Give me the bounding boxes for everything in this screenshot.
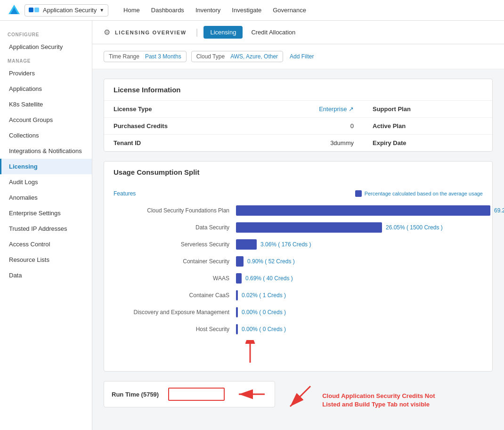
sidebar-item-integrations[interactable]: Integrations & Notifications <box>0 143 92 159</box>
nav-inventory[interactable]: Inventory <box>195 7 220 14</box>
bar-container-1: 26.05% ( 1500 Creds ) <box>236 222 483 233</box>
bar-value-2: 3.06% ( 176 Creds ) <box>260 241 311 248</box>
sidebar-item-application-security[interactable]: Application Security <box>0 39 92 55</box>
app-selector-label: Application Security <box>43 7 97 14</box>
header-divider: | <box>196 27 198 37</box>
sidebar-item-collections[interactable]: Collections <box>0 128 92 143</box>
sidebar-item-enterprise-settings[interactable]: Enterprise Settings <box>0 205 92 221</box>
configure-label: CONFIGURE <box>0 28 92 39</box>
license-info-title: License Information <box>104 79 492 101</box>
runtime-card: Run Time (5759) <box>104 381 275 407</box>
bar-container-5: 0.02% ( 1 Creds ) <box>236 290 483 300</box>
tab-credit-allocation[interactable]: Credit Allocation <box>244 26 302 39</box>
annotation-text-area: Cloud Application Security Credits Not L… <box>285 384 454 412</box>
usage-body: Features Percentage calculated based on … <box>104 183 492 371</box>
time-range-filter[interactable]: Time Range Past 3 Months <box>104 51 187 62</box>
nav-investigate[interactable]: Investigate <box>232 7 261 14</box>
bar-container-0: 69.28% ( 3990 Creds ) <box>236 205 504 216</box>
bar-label-4: WAAS <box>114 275 236 282</box>
tenant-id-label: Tenant ID <box>104 135 198 152</box>
license-row-credits: Purchased Credits 0 Active Plan <box>104 118 492 135</box>
license-row-type: License Type Enterprise ↗ Support Plan <box>104 101 492 118</box>
chart-legend: Features Percentage calculated based on … <box>114 190 483 197</box>
nav-home[interactable]: Home <box>123 7 140 14</box>
page-title: LICENSING OVERVIEW <box>115 30 187 35</box>
expiry-date-label: Expiry Date <box>363 135 457 152</box>
gear-icon: ⚙ <box>104 28 110 37</box>
legend-note: Percentage calculated based on the avera… <box>355 190 483 197</box>
legend-features-label: Features <box>114 190 136 197</box>
bar-label-5: Container CaaS <box>114 292 236 299</box>
cloud-type-filter[interactable]: Cloud Type AWS, Azure, Other <box>191 51 283 62</box>
sidebar: CONFIGURE Application Security MANAGE Pr… <box>0 21 92 430</box>
red-arrow-up <box>236 340 274 364</box>
red-arrow-diagonal <box>285 384 313 412</box>
sidebar-item-resource-lists[interactable]: Resource Lists <box>0 252 92 268</box>
add-filter-button[interactable]: Add Filter <box>288 51 316 62</box>
bar-container-4: 0.69% ( 40 Creds ) <box>236 273 483 284</box>
top-nav: Application Security ▼ Home Dashboards I… <box>0 0 504 21</box>
sidebar-item-applications[interactable]: Applications <box>0 81 92 97</box>
bar-value-3: 0.90% ( 52 Creds ) <box>247 258 295 265</box>
bar-row-0: Cloud Security Foundations Plan 69.28% (… <box>114 204 483 217</box>
main-content: ⚙ LICENSING OVERVIEW | Licensing Credit … <box>92 21 504 430</box>
bottom-area: Run Time (5759) <box>104 381 493 412</box>
bar-fill-5 <box>236 290 238 300</box>
runtime-box <box>168 388 225 401</box>
bar-label-2: Serverless Security <box>114 241 236 248</box>
sidebar-item-account-groups[interactable]: Account Groups <box>0 112 92 128</box>
svg-rect-2 <box>29 8 33 12</box>
sidebar-item-data[interactable]: Data <box>0 268 92 283</box>
support-plan-label: Support Plan <box>363 101 457 118</box>
bar-value-6: 0.00% ( 0 Creds ) <box>242 309 286 316</box>
bar-value-1: 26.05% ( 1500 Creds ) <box>386 224 443 231</box>
license-type-value: Enterprise ↗ <box>198 101 363 118</box>
bar-fill-6 <box>236 307 238 317</box>
bar-label-1: Data Security <box>114 224 236 231</box>
license-info-card: License Information License Type Enterpr… <box>104 79 493 152</box>
sidebar-item-audit-logs[interactable]: Audit Logs <box>0 174 92 190</box>
nav-governance[interactable]: Governance <box>273 7 306 14</box>
annotation-area <box>236 340 483 364</box>
tab-licensing[interactable]: Licensing <box>203 26 243 39</box>
sidebar-item-access-control[interactable]: Access Control <box>0 236 92 252</box>
runtime-section: Run Time (5759) <box>104 381 275 407</box>
legend-note-text: Percentage calculated based on the avera… <box>365 191 483 196</box>
app-selector[interactable]: Application Security ▼ <box>24 4 108 16</box>
bar-fill-0 <box>236 205 490 216</box>
filters-bar: Time Range Past 3 Months Cloud Type AWS,… <box>92 44 504 69</box>
app-selector-icon <box>29 7 40 14</box>
sidebar-item-anomalies[interactable]: Anomalies <box>0 190 92 205</box>
active-plan-label: Active Plan <box>363 118 457 135</box>
bar-row-1: Data Security 26.05% ( 1500 Creds ) <box>114 221 483 234</box>
usage-consumption-card: Usage Consumption Split Features Percent… <box>104 161 493 372</box>
bar-fill-3 <box>236 256 244 267</box>
enterprise-link[interactable]: Enterprise ↗ <box>319 105 354 113</box>
tenant-id-value: 3dummy <box>198 135 363 152</box>
time-range-value: Past 3 Months <box>145 53 181 60</box>
bar-container-6: 0.00% ( 0 Creds ) <box>236 307 483 317</box>
purchased-credits-label: Purchased Credits <box>104 118 198 135</box>
bar-fill-2 <box>236 239 257 250</box>
bar-fill-4 <box>236 273 242 284</box>
bar-label-7: Host Security <box>114 326 236 333</box>
svg-rect-3 <box>34 8 39 12</box>
usage-title: Usage Consumption Split <box>104 162 492 183</box>
sidebar-item-trusted-ip[interactable]: Trusted IP Addresses <box>0 221 92 236</box>
license-type-label: License Type <box>104 101 198 118</box>
license-table: License Type Enterprise ↗ Support Plan P… <box>104 101 492 151</box>
bar-label-3: Container Security <box>114 258 236 265</box>
bar-value-7: 0.00% ( 0 Creds ) <box>242 326 286 333</box>
page-header: ⚙ LICENSING OVERVIEW | Licensing Credit … <box>92 21 504 44</box>
sidebar-item-k8s[interactable]: K8s Satellite <box>0 97 92 112</box>
annotation-text: Cloud Application Security Credits Not L… <box>322 392 454 409</box>
chevron-down-icon: ▼ <box>99 8 104 13</box>
nav-dashboards[interactable]: Dashboards <box>151 7 184 14</box>
sidebar-item-licensing[interactable]: Licensing <box>0 159 92 174</box>
bar-label-0: Cloud Security Foundations Plan <box>114 207 236 214</box>
sidebar-item-providers[interactable]: Providers <box>0 65 92 81</box>
prisma-logo <box>8 4 21 17</box>
nav-links: Home Dashboards Inventory Investigate Go… <box>123 7 306 14</box>
time-range-label: Time Range <box>109 53 139 60</box>
bar-row-2: Serverless Security 3.06% ( 176 Creds ) <box>114 238 483 251</box>
